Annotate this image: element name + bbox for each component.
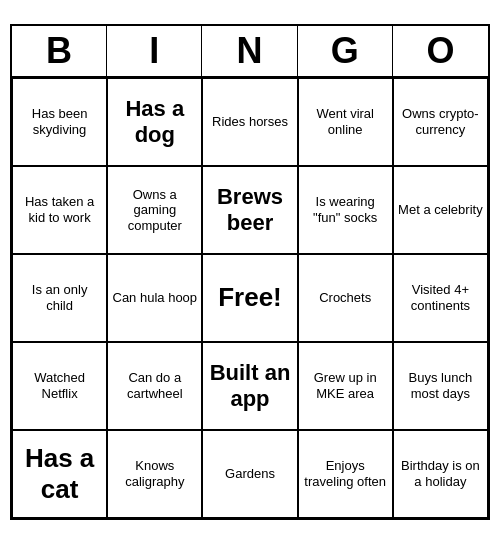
- bingo-letter-n: N: [202, 26, 297, 76]
- bingo-letter-o: O: [393, 26, 488, 76]
- bingo-cell-13[interactable]: Crochets: [298, 254, 393, 342]
- bingo-cell-22[interactable]: Gardens: [202, 430, 297, 518]
- bingo-cell-20[interactable]: Has a cat: [12, 430, 107, 518]
- bingo-cell-7[interactable]: Brews beer: [202, 166, 297, 254]
- bingo-cell-6[interactable]: Owns a gaming computer: [107, 166, 202, 254]
- bingo-cell-17[interactable]: Built an app: [202, 342, 297, 430]
- bingo-cell-4[interactable]: Owns crypto-currency: [393, 78, 488, 166]
- bingo-card: BINGO Has been skydivingHas a dogRides h…: [10, 24, 490, 520]
- bingo-letter-i: I: [107, 26, 202, 76]
- bingo-cell-19[interactable]: Buys lunch most days: [393, 342, 488, 430]
- bingo-cell-1[interactable]: Has a dog: [107, 78, 202, 166]
- bingo-header: BINGO: [12, 26, 488, 78]
- bingo-cell-15[interactable]: Watched Netflix: [12, 342, 107, 430]
- bingo-cell-5[interactable]: Has taken a kid to work: [12, 166, 107, 254]
- bingo-cell-21[interactable]: Knows caligraphy: [107, 430, 202, 518]
- bingo-cell-8[interactable]: Is wearing "fun" socks: [298, 166, 393, 254]
- bingo-cell-2[interactable]: Rides horses: [202, 78, 297, 166]
- bingo-letter-b: B: [12, 26, 107, 76]
- bingo-cell-0[interactable]: Has been skydiving: [12, 78, 107, 166]
- bingo-cell-23[interactable]: Enjoys traveling often: [298, 430, 393, 518]
- bingo-grid: Has been skydivingHas a dogRides horsesW…: [12, 78, 488, 518]
- bingo-cell-16[interactable]: Can do a cartwheel: [107, 342, 202, 430]
- bingo-letter-g: G: [298, 26, 393, 76]
- bingo-cell-18[interactable]: Grew up in MKE area: [298, 342, 393, 430]
- bingo-cell-3[interactable]: Went viral online: [298, 78, 393, 166]
- bingo-cell-11[interactable]: Can hula hoop: [107, 254, 202, 342]
- bingo-cell-14[interactable]: Visited 4+ continents: [393, 254, 488, 342]
- bingo-cell-24[interactable]: Birthday is on a holiday: [393, 430, 488, 518]
- bingo-cell-10[interactable]: Is an only child: [12, 254, 107, 342]
- bingo-cell-9[interactable]: Met a celebrity: [393, 166, 488, 254]
- bingo-cell-12[interactable]: Free!: [202, 254, 297, 342]
